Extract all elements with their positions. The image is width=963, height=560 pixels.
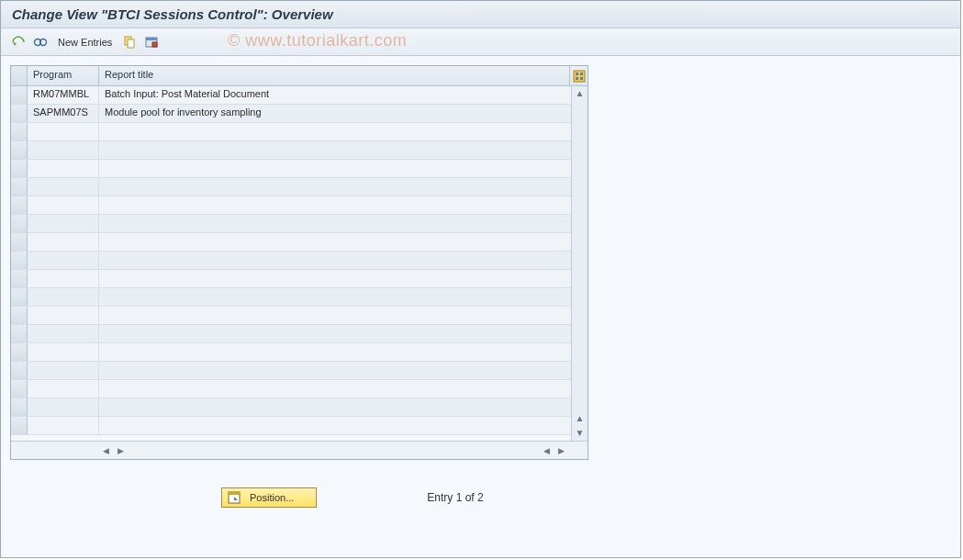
svg-rect-10 bbox=[580, 73, 583, 75]
row-selector[interactable] bbox=[11, 123, 28, 140]
scroll-down-icon[interactable]: ▲ bbox=[573, 411, 588, 426]
table-row-empty[interactable] bbox=[11, 288, 588, 307]
table-row-empty[interactable] bbox=[11, 380, 588, 398]
cell-empty[interactable] bbox=[99, 362, 588, 379]
scroll-right-icon[interactable]: ▶ bbox=[114, 444, 127, 457]
table-row-empty[interactable] bbox=[11, 123, 588, 141]
cell-empty[interactable] bbox=[28, 343, 99, 361]
cell-empty[interactable] bbox=[28, 362, 99, 379]
cell-empty[interactable] bbox=[99, 233, 588, 251]
cell-empty[interactable] bbox=[28, 160, 99, 177]
cell-empty[interactable] bbox=[28, 270, 99, 287]
column-header-program[interactable]: Program bbox=[28, 66, 99, 85]
select-all-handle[interactable] bbox=[11, 66, 28, 85]
cell-empty[interactable] bbox=[28, 325, 99, 342]
cell-empty[interactable] bbox=[28, 123, 99, 140]
cell-empty[interactable] bbox=[99, 325, 588, 342]
vertical-scrollbar[interactable]: ▲ ▲ ▼ bbox=[571, 86, 588, 441]
row-selector[interactable] bbox=[11, 233, 28, 251]
row-selector[interactable] bbox=[11, 380, 28, 398]
cell-empty[interactable] bbox=[99, 417, 588, 434]
cell-empty[interactable] bbox=[28, 380, 99, 398]
new-entries-button[interactable]: New Entries bbox=[58, 37, 112, 48]
row-selector[interactable] bbox=[11, 178, 28, 196]
cell-empty[interactable] bbox=[99, 288, 588, 306]
table-row[interactable]: SAPMM07S Module pool for inventory sampl… bbox=[11, 105, 588, 123]
row-selector[interactable] bbox=[11, 215, 28, 232]
table-row-empty[interactable] bbox=[11, 270, 588, 288]
expand-other-view-icon[interactable] bbox=[10, 34, 27, 50]
scroll-down-icon[interactable]: ▼ bbox=[573, 426, 588, 441]
table-row-empty[interactable] bbox=[11, 252, 588, 270]
row-selector[interactable] bbox=[11, 307, 28, 324]
cell-empty[interactable] bbox=[28, 178, 99, 196]
cell-report-title[interactable]: Batch Input: Post Material Document bbox=[99, 86, 588, 104]
delimit-icon[interactable] bbox=[143, 34, 160, 50]
copy-icon[interactable] bbox=[121, 34, 138, 50]
table-row-empty[interactable] bbox=[11, 325, 588, 343]
row-selector[interactable] bbox=[11, 325, 28, 342]
table-row-empty[interactable] bbox=[11, 196, 588, 215]
cell-report-title[interactable]: Module pool for inventory sampling bbox=[99, 105, 588, 122]
table-header: Program Report title bbox=[11, 66, 588, 86]
row-selector[interactable] bbox=[11, 86, 28, 104]
horizontal-scrollbar[interactable]: ◀ ▶ ◀ ▶ bbox=[11, 441, 588, 459]
cell-empty[interactable] bbox=[99, 196, 588, 214]
cell-program[interactable]: RM07MMBL bbox=[28, 86, 99, 104]
cell-empty[interactable] bbox=[28, 215, 99, 232]
cell-empty[interactable] bbox=[99, 307, 588, 324]
svg-rect-14 bbox=[229, 492, 240, 495]
cell-empty[interactable] bbox=[99, 123, 588, 140]
table-row-empty[interactable] bbox=[11, 215, 588, 233]
cell-empty[interactable] bbox=[28, 252, 99, 269]
position-icon bbox=[228, 491, 241, 504]
cell-empty[interactable] bbox=[28, 417, 99, 434]
cell-program[interactable]: SAPMM07S bbox=[28, 105, 99, 122]
row-selector[interactable] bbox=[11, 105, 28, 122]
table-row-empty[interactable] bbox=[11, 141, 588, 160]
cell-empty[interactable] bbox=[28, 398, 99, 416]
row-selector[interactable] bbox=[11, 252, 28, 269]
cell-empty[interactable] bbox=[28, 307, 99, 324]
table-row-empty[interactable] bbox=[11, 362, 588, 380]
cell-empty[interactable] bbox=[28, 141, 99, 159]
cell-empty[interactable] bbox=[28, 233, 99, 251]
scroll-left-icon[interactable]: ◀ bbox=[540, 444, 553, 457]
row-selector[interactable] bbox=[11, 343, 28, 361]
table-row-empty[interactable] bbox=[11, 233, 588, 252]
table-row-empty[interactable] bbox=[11, 417, 588, 435]
svg-rect-12 bbox=[580, 77, 583, 80]
row-selector[interactable] bbox=[11, 141, 28, 159]
table-row-empty[interactable] bbox=[11, 160, 588, 178]
row-selector[interactable] bbox=[11, 398, 28, 416]
cell-empty[interactable] bbox=[99, 178, 588, 196]
row-selector[interactable] bbox=[11, 362, 28, 379]
cell-empty[interactable] bbox=[99, 160, 588, 177]
table-row-empty[interactable] bbox=[11, 178, 588, 196]
cell-empty[interactable] bbox=[99, 215, 588, 232]
row-selector[interactable] bbox=[11, 160, 28, 177]
row-selector[interactable] bbox=[11, 196, 28, 214]
scroll-left-icon[interactable]: ◀ bbox=[99, 444, 112, 457]
table-row-empty[interactable] bbox=[11, 307, 588, 325]
row-selector[interactable] bbox=[11, 288, 28, 306]
cell-empty[interactable] bbox=[28, 288, 99, 306]
cell-empty[interactable] bbox=[99, 252, 588, 269]
row-selector[interactable] bbox=[11, 270, 28, 287]
scroll-right-icon[interactable]: ▶ bbox=[554, 444, 567, 457]
cell-empty[interactable] bbox=[28, 196, 99, 214]
cell-empty[interactable] bbox=[99, 141, 588, 159]
cell-empty[interactable] bbox=[99, 398, 588, 416]
position-button[interactable]: Position... bbox=[221, 487, 317, 508]
table-settings-button[interactable] bbox=[569, 66, 588, 85]
table-row[interactable]: RM07MMBL Batch Input: Post Material Docu… bbox=[11, 86, 588, 105]
cell-empty[interactable] bbox=[99, 343, 588, 361]
table-row-empty[interactable] bbox=[11, 398, 588, 417]
table-row-empty[interactable] bbox=[11, 343, 588, 362]
cell-empty[interactable] bbox=[99, 380, 588, 398]
scroll-up-icon[interactable]: ▲ bbox=[573, 86, 588, 101]
column-header-report-title[interactable]: Report title bbox=[99, 66, 569, 85]
row-selector[interactable] bbox=[11, 417, 28, 434]
cell-empty[interactable] bbox=[99, 270, 588, 287]
display-change-icon[interactable] bbox=[32, 34, 49, 50]
